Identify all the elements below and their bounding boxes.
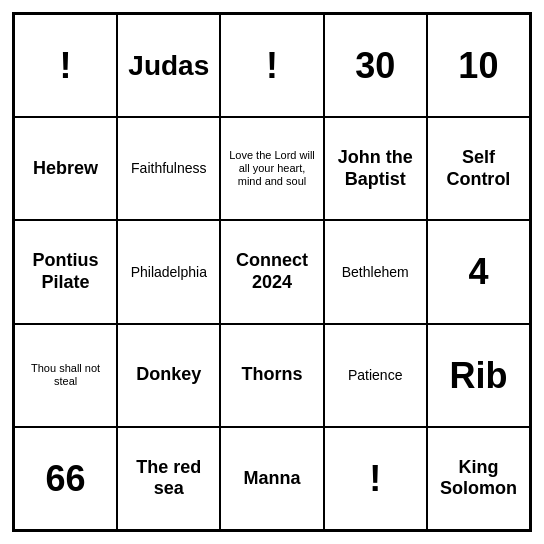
cell-text-r3c5: 4 [468, 250, 488, 293]
cell-text-r3c1: Pontius Pilate [19, 250, 112, 293]
cell-r2c3[interactable]: Love the Lord will all your heart, mind … [220, 117, 323, 220]
cell-r5c3[interactable]: Manna [220, 427, 323, 530]
cell-r4c2[interactable]: Donkey [117, 324, 220, 427]
cell-r3c3[interactable]: Connect 2024 [220, 220, 323, 323]
cell-r5c5[interactable]: King Solomon [427, 427, 530, 530]
cell-r3c4[interactable]: Bethlehem [324, 220, 427, 323]
cell-r3c1[interactable]: Pontius Pilate [14, 220, 117, 323]
cell-r3c2[interactable]: Philadelphia [117, 220, 220, 323]
cell-text-r5c5: King Solomon [432, 457, 525, 500]
cell-r1c1[interactable]: ! [14, 14, 117, 117]
cell-r1c3[interactable]: ! [220, 14, 323, 117]
cell-text-r5c4: ! [369, 457, 381, 500]
bingo-card: !Judas!3010HebrewFaithfulnessLove the Lo… [12, 12, 532, 532]
cell-text-r4c4: Patience [348, 367, 402, 384]
cell-r2c1[interactable]: Hebrew [14, 117, 117, 220]
cell-r1c4[interactable]: 30 [324, 14, 427, 117]
cell-r4c1[interactable]: Thou shall not steal [14, 324, 117, 427]
cell-r4c5[interactable]: Rib [427, 324, 530, 427]
cell-text-r5c3: Manna [243, 468, 300, 490]
cell-r5c2[interactable]: The red sea [117, 427, 220, 530]
cell-text-r2c1: Hebrew [33, 158, 98, 180]
cell-text-r4c1: Thou shall not steal [19, 362, 112, 388]
cell-text-r2c4: John the Baptist [329, 147, 422, 190]
cell-text-r5c1: 66 [46, 457, 86, 500]
cell-text-r1c1: ! [60, 44, 72, 87]
cell-text-r4c5: Rib [449, 354, 507, 397]
cell-text-r1c4: 30 [355, 44, 395, 87]
cell-text-r4c2: Donkey [136, 364, 201, 386]
cell-text-r3c2: Philadelphia [131, 264, 207, 281]
cell-text-r5c2: The red sea [122, 457, 215, 500]
cell-r2c2[interactable]: Faithfulness [117, 117, 220, 220]
cell-text-r3c3: Connect 2024 [225, 250, 318, 293]
cell-r1c2[interactable]: Judas [117, 14, 220, 117]
cell-text-r4c3: Thorns [241, 364, 302, 386]
cell-r5c4[interactable]: ! [324, 427, 427, 530]
cell-r3c5[interactable]: 4 [427, 220, 530, 323]
cell-r2c5[interactable]: Self Control [427, 117, 530, 220]
cell-text-r1c3: ! [266, 44, 278, 87]
cell-r5c1[interactable]: 66 [14, 427, 117, 530]
cell-r1c5[interactable]: 10 [427, 14, 530, 117]
cell-text-r1c5: 10 [458, 44, 498, 87]
cell-r4c3[interactable]: Thorns [220, 324, 323, 427]
cell-text-r2c5: Self Control [432, 147, 525, 190]
cell-r4c4[interactable]: Patience [324, 324, 427, 427]
cell-text-r2c3: Love the Lord will all your heart, mind … [225, 149, 318, 189]
cell-text-r1c2: Judas [128, 49, 209, 83]
cell-text-r2c2: Faithfulness [131, 160, 206, 177]
cell-text-r3c4: Bethlehem [342, 264, 409, 281]
cell-r2c4[interactable]: John the Baptist [324, 117, 427, 220]
